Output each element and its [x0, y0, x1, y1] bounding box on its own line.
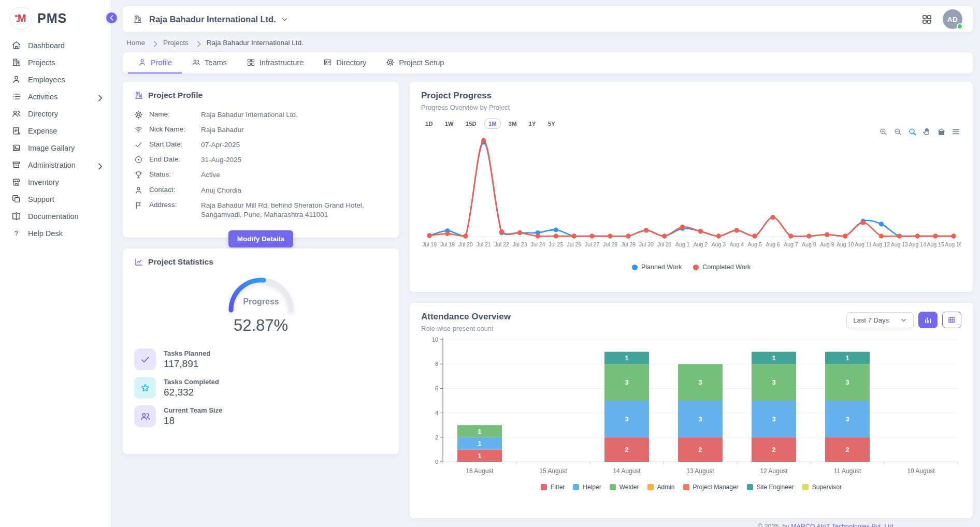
svg-text:Aug 3: Aug 3	[712, 241, 726, 247]
svg-text:Jul 22: Jul 22	[495, 241, 509, 247]
svg-text:3: 3	[846, 416, 849, 423]
svg-text:13 August: 13 August	[686, 467, 714, 475]
legend-welder[interactable]: Welder	[610, 484, 639, 491]
modify-details-button[interactable]: Modify Details	[228, 230, 294, 247]
footer: © 2025, by MARCO AIoT Technologies Pvt. …	[123, 518, 973, 527]
breadcrumb-item[interactable]: Raja Bahadur International Ltd.	[207, 39, 304, 47]
legend-supervisor[interactable]: Supervisor	[802, 484, 842, 491]
sidebar-item-documentation[interactable]: Documentation	[0, 208, 111, 225]
sidebar-item-inventory[interactable]: Inventory	[0, 173, 111, 191]
svg-text:0: 0	[435, 459, 438, 465]
legend-fitter[interactable]: Fitter	[541, 484, 565, 491]
sidebar-item-label: Directory	[28, 110, 58, 118]
svg-text:2: 2	[846, 446, 849, 453]
range-button-1d[interactable]: 1D	[421, 119, 437, 129]
tab-profile[interactable]: Profile	[128, 52, 182, 74]
people-icon	[140, 411, 151, 422]
reset-home-icon	[937, 127, 946, 136]
receipt-icon	[11, 126, 21, 136]
table-view-button[interactable]	[942, 312, 961, 328]
chevron-right-icon	[95, 162, 105, 171]
tab-teams[interactable]: Teams	[182, 52, 237, 74]
apps-grid-button[interactable]	[919, 12, 934, 27]
sidebar-item-support[interactable]: Support	[0, 191, 111, 208]
svg-text:Jul 21: Jul 21	[477, 241, 491, 247]
attendance-chart[interactable]: 024681011116 August15 August233114 Augus…	[421, 334, 961, 481]
breadcrumb-item[interactable]: Home	[126, 39, 145, 47]
sidebar-item-dashboard[interactable]: Dashboard	[0, 37, 111, 54]
sidebar-item-help-desk[interactable]: ?Help Desk	[0, 225, 111, 242]
grid4-icon	[247, 58, 255, 67]
reset-home-button[interactable]	[937, 127, 946, 136]
svg-text:6: 6	[435, 385, 438, 391]
legend-swatch	[647, 484, 654, 490]
project-selector-label[interactable]: Raja Bahadur International Ltd.	[149, 14, 276, 24]
building-icon	[11, 57, 21, 67]
attendance-chart-legend: FitterHelperWelderAdminProject ManagerSi…	[421, 484, 961, 491]
legend-swatch	[802, 484, 809, 490]
svg-text:Jul 23: Jul 23	[512, 241, 527, 247]
svg-text:Jul 29: Jul 29	[621, 241, 636, 247]
zoom-in-button[interactable]	[879, 127, 888, 136]
svg-text:1: 1	[772, 355, 776, 362]
book-icon	[11, 211, 21, 221]
svg-text:10: 10	[432, 336, 438, 343]
sidebar-item-directory[interactable]: Directory	[0, 105, 111, 122]
sidebar-item-administration[interactable]: Administration	[0, 156, 111, 173]
legend-admin[interactable]: Admin	[647, 484, 675, 491]
legend-helper[interactable]: Helper	[573, 484, 601, 491]
breadcrumb-item[interactable]: Projects	[163, 39, 189, 47]
attendance-overview-card: Attendance Overview Role-wise present co…	[410, 303, 973, 518]
sidebar-item-image-gallary[interactable]: Image Gallary	[0, 139, 111, 156]
zoom-out-button[interactable]	[893, 127, 902, 136]
sidebar-item-activities[interactable]: Activities	[0, 88, 111, 105]
legend-swatch	[683, 484, 689, 490]
range-button-5y[interactable]: 5Y	[544, 119, 559, 129]
pan-icon	[923, 127, 931, 136]
breadcrumb-separator-icon	[151, 39, 157, 46]
sidebar-item-expense[interactable]: Expense	[0, 122, 111, 139]
tab-project-setup[interactable]: Project Setup	[376, 52, 454, 74]
avatar[interactable]: AD	[943, 9, 962, 29]
copyright-text: © 2025, by	[758, 523, 791, 527]
app-logo[interactable]: M PMS	[0, 0, 111, 35]
sidebar-item-projects[interactable]: Projects	[0, 54, 111, 71]
pan-button[interactable]	[923, 127, 931, 136]
table-icon	[947, 316, 956, 325]
range-button-3m[interactable]: 3M	[505, 119, 521, 129]
sidebar-item-employees[interactable]: Employees	[0, 71, 111, 88]
date-range-select[interactable]: Last 7 Days	[846, 312, 914, 328]
chevron-down-icon[interactable]	[281, 16, 289, 23]
selection-zoom-button[interactable]	[908, 127, 917, 136]
people-icon	[11, 109, 21, 119]
main-area: Raja Bahadur International Ltd. AD HomeP…	[111, 0, 980, 527]
bar-chart-view-button[interactable]	[918, 312, 938, 328]
menu-button[interactable]	[952, 127, 960, 136]
footer-company-link[interactable]: MARCO AIoT Technologies Pvt. Ltd.	[791, 523, 895, 527]
range-button-1m[interactable]: 1M	[484, 119, 501, 129]
svg-text:Aug 7: Aug 7	[784, 241, 798, 247]
project-progress-chart[interactable]: Jul 18Jul 19Jul 20Jul 21Jul 22Jul 23Jul …	[421, 132, 961, 262]
svg-text:Aug 12: Aug 12	[873, 241, 890, 247]
svg-text:Aug 4: Aug 4	[729, 241, 744, 247]
gauge-arc: Progress	[222, 272, 300, 315]
sidebar-item-label: Image Gallary	[28, 144, 75, 152]
svg-text:1: 1	[478, 452, 482, 460]
tab-directory[interactable]: Directory	[313, 52, 376, 74]
idcard-icon	[323, 58, 332, 67]
legend-site-engineer[interactable]: Site Engineer	[747, 484, 794, 491]
svg-text:2: 2	[699, 446, 702, 453]
svg-text:Jul 18: Jul 18	[422, 241, 437, 247]
legend-planned-work[interactable]: Planned Work	[632, 264, 682, 271]
tab-infrastructure[interactable]: Infrastructure	[237, 52, 313, 74]
building-icon	[133, 14, 142, 24]
selection-zoom-icon	[908, 127, 917, 136]
gear-icon	[386, 58, 395, 67]
legend-project-manager[interactable]: Project Manager	[683, 484, 739, 491]
legend-completed-work[interactable]: Completed Work	[693, 264, 751, 271]
sidebar-collapse-button[interactable]	[104, 10, 119, 25]
range-button-15d[interactable]: 15D	[462, 119, 481, 129]
circledot-icon	[134, 155, 143, 164]
range-button-1y[interactable]: 1Y	[525, 119, 540, 129]
range-button-1w[interactable]: 1W	[441, 119, 458, 129]
